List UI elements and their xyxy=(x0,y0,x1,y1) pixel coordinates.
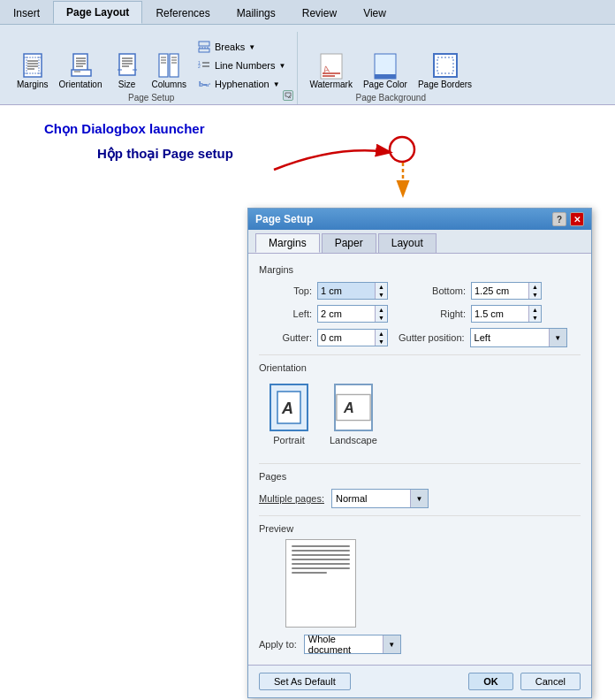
size-icon xyxy=(113,51,141,80)
apply-arrow[interactable]: ▼ xyxy=(383,635,400,653)
right-spin[interactable]: ▲ ▼ xyxy=(528,306,541,322)
tab-references[interactable]: References xyxy=(142,1,223,24)
landscape-button[interactable]: A Landscape xyxy=(326,380,381,449)
dialog-help-button[interactable]: ? xyxy=(552,212,566,226)
multiple-pages-select[interactable]: Normal ▼ xyxy=(331,489,429,508)
tab-mailings[interactable]: Mailings xyxy=(224,1,289,24)
tab-insert[interactable]: Insert xyxy=(0,1,53,24)
gutter-position-value: Left xyxy=(471,332,549,343)
orientation-section: Orientation A Portrait A xyxy=(259,354,581,456)
right-value[interactable]: 1.5 cm xyxy=(472,306,528,322)
top-spin[interactable]: ▲ ▼ xyxy=(375,283,387,299)
gutter-spin[interactable]: ▲ ▼ xyxy=(375,330,387,346)
preview-line-7 xyxy=(292,572,327,574)
left-spin[interactable]: ▲ ▼ xyxy=(375,306,387,322)
margins-button[interactable]: Margins xyxy=(12,49,53,93)
hyphenation-icon: b a² xyxy=(197,77,211,91)
line-numbers-button[interactable]: 1 2 Line Numbers ▼ xyxy=(193,57,290,74)
top-spin-down[interactable]: ▼ xyxy=(376,291,387,299)
dialog-tab-paper[interactable]: Paper xyxy=(322,233,376,253)
annotation-area: Chọn Dialogbox launcher Hộp thoại Page s… xyxy=(0,105,615,194)
breaks-button[interactable]: Breaks ▼ xyxy=(193,38,260,56)
svg-text:a²: a² xyxy=(206,82,210,88)
columns-label: Columns xyxy=(152,80,186,90)
multiple-pages-label: Multiple pages: xyxy=(259,493,324,504)
dialog-tab-margins[interactable]: Margins xyxy=(255,233,320,253)
preview-line-1 xyxy=(292,545,350,547)
dialog-tabs: Margins Paper Layout xyxy=(248,230,591,254)
gutter-input[interactable]: 0 cm ▲ ▼ xyxy=(317,329,388,346)
left-input[interactable]: 2 cm ▲ ▼ xyxy=(317,305,388,323)
ok-button[interactable]: OK xyxy=(468,673,513,690)
gutter-position-label: Gutter position: xyxy=(399,332,465,343)
watermark-label: Watermark xyxy=(309,80,353,90)
svg-text:b: b xyxy=(199,80,203,88)
landscape-icon: A xyxy=(334,384,373,431)
right-input[interactable]: 1.5 cm ▲ ▼ xyxy=(471,305,542,323)
page-borders-button[interactable]: Page Borders xyxy=(414,49,476,93)
top-spin-up[interactable]: ▲ xyxy=(376,283,387,291)
orientation-button[interactable]: Orientation xyxy=(55,49,107,93)
set-as-default-button[interactable]: Set As Default xyxy=(259,673,351,690)
right-spin-down[interactable]: ▼ xyxy=(529,314,541,322)
columns-button[interactable]: Columns xyxy=(148,49,191,93)
portrait-label: Portrait xyxy=(273,435,304,445)
page-color-label: Page Color xyxy=(363,80,407,90)
dialog-tab-layout[interactable]: Layout xyxy=(378,233,437,253)
left-spin-up[interactable]: ▲ xyxy=(376,306,387,314)
size-label: Size xyxy=(118,80,135,90)
multiple-pages-arrow[interactable]: ▼ xyxy=(410,490,428,507)
bottom-spin[interactable]: ▲ ▼ xyxy=(528,283,541,299)
watermark-button[interactable]: A Watermark xyxy=(305,49,357,93)
portrait-button[interactable]: A Portrait xyxy=(266,380,312,449)
orientation-icon xyxy=(66,51,95,80)
annotation-text2: Hộp thoại Page setup xyxy=(97,146,597,162)
page-color-button[interactable]: Page Color xyxy=(359,49,412,93)
page-borders-icon xyxy=(431,51,459,80)
top-value[interactable]: 1 cm xyxy=(318,283,375,299)
dialog-footer-right: OK Cancel xyxy=(468,673,581,690)
preview-label: Preview xyxy=(259,523,581,534)
tab-page-layout[interactable]: Page Layout xyxy=(53,1,142,24)
gutter-spin-down[interactable]: ▼ xyxy=(376,338,387,346)
dialog-titlebar: Page Setup ? ✕ xyxy=(248,209,591,230)
size-button[interactable]: Size xyxy=(109,49,146,93)
margins-label: Margins xyxy=(17,80,49,90)
preview-section: Preview Apply to: Whole document ▼ xyxy=(259,515,581,654)
orientation-label: Orientation xyxy=(59,80,102,90)
page-setup-dialog-launcher[interactable] xyxy=(283,90,293,101)
tab-view[interactable]: View xyxy=(350,1,399,24)
gutter-spin-up[interactable]: ▲ xyxy=(376,330,387,338)
top-input[interactable]: 1 cm ▲ ▼ xyxy=(317,282,388,300)
left-spin-down[interactable]: ▼ xyxy=(376,314,387,322)
preview-line-3 xyxy=(292,554,350,556)
svg-rect-47 xyxy=(375,74,396,79)
hyphenation-button[interactable]: b a² Hyphenation ▼ xyxy=(193,75,285,93)
bottom-input[interactable]: 1.25 cm ▲ ▼ xyxy=(471,282,542,300)
bottom-spin-down[interactable]: ▼ xyxy=(529,291,541,299)
dialog-titlebar-buttons: ? ✕ xyxy=(552,212,584,226)
gutter-position-arrow[interactable]: ▼ xyxy=(549,329,566,346)
bottom-spin-up[interactable]: ▲ xyxy=(529,283,541,291)
tab-review[interactable]: Review xyxy=(289,1,350,24)
annotation-text1: Chọn Dialogbox launcher xyxy=(44,121,597,137)
left-value[interactable]: 2 cm xyxy=(318,306,375,322)
gutter-position-select[interactable]: Left ▼ xyxy=(470,328,567,347)
dialog-footer: Set As Default OK Cancel xyxy=(248,665,591,697)
ribbon-tabs: Insert Page Layout References Mailings R… xyxy=(0,0,615,25)
gutter-value[interactable]: 0 cm xyxy=(318,330,375,346)
page-setup-dialog: Page Setup ? ✕ Margins Paper Layout Marg… xyxy=(247,208,592,698)
margins-icon xyxy=(19,51,47,80)
columns-icon xyxy=(155,51,183,80)
right-spin-up[interactable]: ▲ xyxy=(529,306,541,314)
apply-select[interactable]: Whole document ▼ xyxy=(304,635,401,654)
svg-text:A: A xyxy=(343,399,354,415)
landscape-label: Landscape xyxy=(330,435,377,445)
bottom-value[interactable]: 1.25 cm xyxy=(472,283,528,299)
page-color-icon xyxy=(371,51,399,80)
pages-row: Multiple pages: Normal ▼ xyxy=(259,489,581,508)
cancel-button[interactable]: Cancel xyxy=(520,673,581,690)
dialog-close-button[interactable]: ✕ xyxy=(570,212,584,226)
dialog-title: Page Setup xyxy=(255,213,313,225)
apply-label: Apply to: xyxy=(259,639,297,650)
